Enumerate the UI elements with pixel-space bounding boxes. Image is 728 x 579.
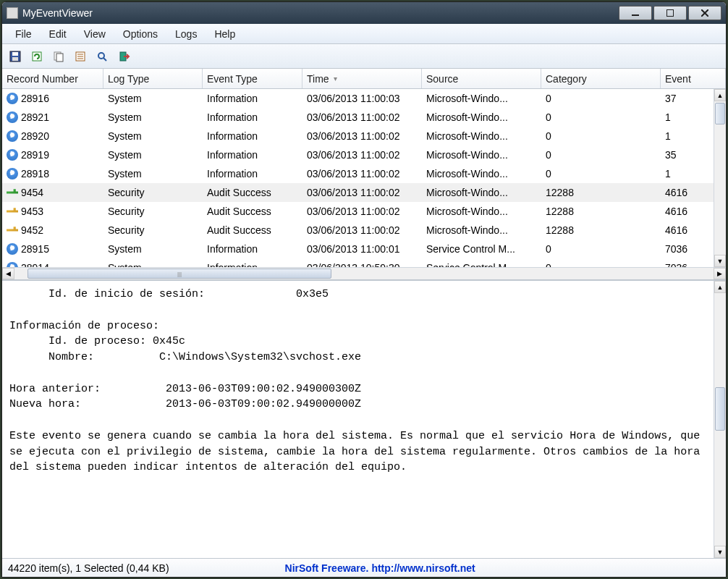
close-button[interactable] [688, 6, 721, 20]
info-icon [7, 149, 18, 161]
table-row[interactable]: 9452SecurityAudit Success03/06/2013 11:0… [2, 221, 726, 240]
scroll-left-icon[interactable]: ◀ [2, 268, 14, 279]
menu-edit[interactable]: Edit [41, 25, 75, 43]
cell-time: 03/06/2013 11:00:02 [302, 204, 422, 219]
svg-rect-9 [56, 54, 63, 62]
svg-rect-1 [666, 9, 674, 17]
cell-record-number: 28916 [21, 93, 49, 104]
column-header-rec[interactable]: Record Number [2, 69, 103, 88]
table-header: Record NumberLog TypeEvent TypeTime▾Sour… [2, 69, 726, 89]
exit-icon[interactable] [115, 48, 132, 65]
info-icon [7, 262, 18, 267]
column-header-evt[interactable]: Event Type [203, 69, 302, 88]
find-icon[interactable] [93, 48, 111, 65]
cell-record-number: 28919 [21, 149, 49, 161]
info-icon [7, 93, 18, 104]
cell-source: Microsoft-Windo... [422, 129, 541, 143]
table-row[interactable]: 28920SystemInformation03/06/2013 11:00:0… [2, 127, 726, 145]
cell-event-type: Information [203, 91, 302, 106]
cell-time: 03/06/2013 11:00:02 [302, 166, 422, 181]
menu-logs[interactable]: Logs [166, 25, 206, 43]
copy-icon[interactable] [50, 48, 67, 65]
svg-rect-5 [12, 52, 18, 56]
table-row[interactable]: 28921SystemInformation03/06/2013 11:00:0… [2, 108, 726, 127]
cell-record-number: 28914 [21, 262, 49, 267]
svg-point-14 [98, 53, 104, 59]
menu-help[interactable]: Help [206, 25, 244, 43]
svg-line-15 [103, 58, 106, 61]
scroll-thumb[interactable] [715, 103, 725, 124]
cell-record-number: 28918 [21, 168, 49, 179]
table-vertical-scrollbar[interactable]: ▲ ▼ [714, 89, 726, 267]
scroll-down-icon[interactable]: ▼ [714, 255, 726, 267]
table-row[interactable]: 28915SystemInformation03/06/2013 11:00:0… [2, 240, 726, 258]
properties-icon[interactable] [72, 48, 89, 65]
scroll-down-icon[interactable]: ▼ [714, 546, 726, 558]
statusbar: 44220 item(s), 1 Selected (0,44 KB) NirS… [2, 558, 726, 577]
cell-log-type: System [103, 148, 203, 162]
scroll-track[interactable]: ||| [14, 268, 714, 279]
scroll-up-icon[interactable]: ▲ [714, 89, 726, 101]
minimize-button[interactable] [619, 6, 652, 20]
cell-source: Microsoft-Windo... [422, 91, 541, 106]
scroll-track[interactable] [714, 293, 726, 546]
cell-category: 12288 [541, 223, 661, 237]
key-icon [7, 224, 18, 236]
maximize-button[interactable] [653, 6, 687, 20]
details-vertical-scrollbar[interactable]: ▲ ▼ [714, 281, 726, 558]
column-header-src[interactable]: Source [422, 69, 541, 88]
table-row[interactable]: 28914SystemInformation03/06/2013 10:59:3… [2, 258, 726, 267]
menu-options[interactable]: Options [114, 25, 166, 43]
cell-event-type: Audit Success [203, 185, 302, 200]
cell-record-number: 28920 [21, 130, 49, 142]
cell-time: 03/06/2013 10:59:30 [302, 261, 422, 267]
cell-record-number: 28921 [21, 111, 49, 123]
cell-category: 0 [541, 129, 661, 143]
window-title: MyEventViewer [22, 7, 93, 19]
status-item-count: 44220 item(s), 1 Selected (0,44 KB) [8, 562, 169, 574]
scroll-thumb[interactable]: ||| [27, 269, 331, 279]
column-header-time[interactable]: Time▾ [302, 69, 422, 88]
scroll-track[interactable] [714, 101, 726, 255]
table-horizontal-scrollbar[interactable]: ◀ ||| ▶ [2, 267, 726, 279]
cell-log-type: System [103, 242, 203, 256]
table-row[interactable]: 28916SystemInformation03/06/2013 11:00:0… [2, 89, 726, 108]
titlebar[interactable]: MyEventViewer [2, 2, 726, 24]
cell-source: Microsoft-Windo... [422, 185, 541, 200]
svg-rect-6 [12, 57, 18, 61]
sort-indicator-icon: ▾ [334, 75, 337, 83]
cell-time: 03/06/2013 11:00:02 [302, 185, 422, 200]
cell-time: 03/06/2013 11:00:02 [302, 223, 422, 237]
key-icon [7, 187, 18, 198]
cell-record-number: 9452 [21, 224, 43, 236]
svg-rect-7 [33, 52, 41, 61]
refresh-icon[interactable] [28, 48, 46, 65]
menu-file[interactable]: File [7, 25, 41, 43]
cell-log-type: System [103, 110, 203, 124]
cell-source: Microsoft-Windo... [422, 166, 541, 181]
column-header-log[interactable]: Log Type [103, 69, 203, 88]
column-header-cat[interactable]: Category [541, 69, 661, 88]
table-row[interactable]: 9453SecurityAudit Success03/06/2013 11:0… [2, 202, 726, 221]
cell-time: 03/06/2013 11:00:01 [302, 242, 422, 256]
cell-source: Microsoft-Windo... [422, 223, 541, 237]
column-header-eid[interactable]: Event [661, 69, 726, 88]
status-link[interactable]: http://www.nirsoft.net [371, 562, 475, 574]
scroll-right-icon[interactable]: ▶ [714, 268, 726, 279]
table-row[interactable]: 9454SecurityAudit Success03/06/2013 11:0… [2, 183, 726, 202]
menu-view[interactable]: View [75, 25, 114, 43]
cell-event-type: Information [203, 166, 302, 181]
scroll-thumb[interactable] [715, 387, 725, 431]
cell-event-type: Audit Success [203, 223, 302, 237]
cell-time: 03/06/2013 11:00:03 [302, 91, 422, 106]
cell-category: 12288 [541, 204, 661, 219]
table-row[interactable]: 28918SystemInformation03/06/2013 11:00:0… [2, 164, 726, 183]
event-details-pane[interactable]: Id. de inicio de sesión: 0x3e5 Informaci… [2, 280, 726, 558]
scroll-up-icon[interactable]: ▲ [714, 281, 726, 293]
save-icon[interactable] [7, 48, 24, 65]
cell-event-type: Information [203, 261, 302, 267]
table-row[interactable]: 28919SystemInformation03/06/2013 11:00:0… [2, 145, 726, 164]
info-icon [7, 130, 18, 142]
cell-event-type: Information [203, 129, 302, 143]
table-body[interactable]: 28916SystemInformation03/06/2013 11:00:0… [2, 89, 726, 267]
